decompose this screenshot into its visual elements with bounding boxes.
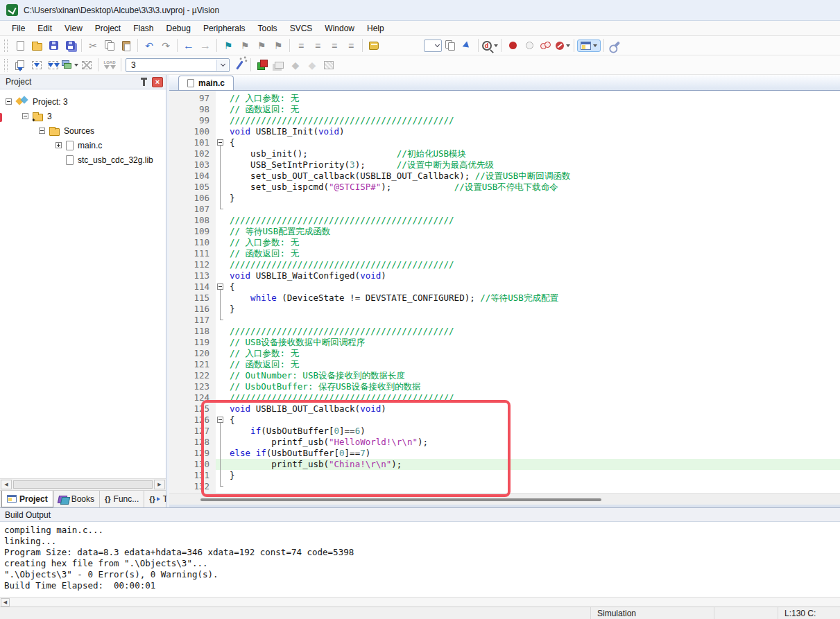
code-line-108[interactable]: 108/////////////////////////////////////… xyxy=(169,215,840,226)
disable-breakpoint-button[interactable] xyxy=(521,38,538,53)
periodic-window-update-button[interactable] xyxy=(271,58,287,73)
build-button[interactable] xyxy=(28,58,45,73)
menu-help[interactable]: Help xyxy=(361,21,391,35)
code-line-122[interactable]: 122// OutNumber: USB设备接收到的数据长度 xyxy=(169,370,840,381)
code-line-129[interactable]: 129else if(UsbOutBuffer[0]==7) xyxy=(169,448,840,459)
menu-edit[interactable]: Edit xyxy=(31,21,58,35)
menu-flash[interactable]: Flash xyxy=(127,21,160,35)
navigate-back-button[interactable]: ← xyxy=(180,38,197,53)
fold-collapse-icon[interactable] xyxy=(217,284,223,290)
copy-button[interactable] xyxy=(101,38,118,53)
tree-item-3[interactable]: 3 xyxy=(0,109,166,123)
navigate-forward-button[interactable]: → xyxy=(197,38,214,53)
code-line-114[interactable]: 114{ xyxy=(169,281,840,293)
menu-file[interactable]: File xyxy=(6,21,31,35)
code-line-120[interactable]: 120// 入口参数: 无 xyxy=(169,348,840,359)
build-output-content[interactable]: compiling main.c...linking...Program Siz… xyxy=(0,522,840,597)
paste-button[interactable] xyxy=(118,38,135,53)
code-line-102[interactable]: 102 usb_init(); //初始化USB模块 xyxy=(169,148,840,159)
code-line-100[interactable]: 100void USBLIB_Init(void) xyxy=(169,126,840,137)
pin-icon[interactable] xyxy=(143,80,145,86)
kill-all-breakpoints-button[interactable] xyxy=(554,38,571,53)
code-line-130[interactable]: 130 printf_usb("China!\r\n"); xyxy=(169,459,840,470)
code-line-116[interactable]: 116} xyxy=(169,304,840,315)
tab-books[interactable]: Books xyxy=(53,491,100,507)
tree-item-sources[interactable]: Sources xyxy=(0,123,166,138)
code-line-105[interactable]: 105 set_usb_ispcmd("@STCISP#"); //设置USB不… xyxy=(169,182,840,193)
code-line-125[interactable]: 125void USBLIB_OUT_Callback(void) xyxy=(169,403,840,415)
code-line-109[interactable]: 109// 等待USB配置完成函数 xyxy=(169,226,840,237)
code-line-103[interactable]: 103 USB_SetIntPriority(3); //设置中断为最高优先级 xyxy=(169,159,840,171)
tree-item-main-c[interactable]: main.c xyxy=(0,138,166,152)
rebuild-button[interactable] xyxy=(45,58,62,73)
tree-expander-icon[interactable] xyxy=(22,113,28,119)
tree-item-project-3[interactable]: Project: 3 xyxy=(0,94,166,109)
code-line-115[interactable]: 115 while (DeviceState != DEVSTATE_CONFI… xyxy=(169,293,840,304)
code-line-118[interactable]: 118/////////////////////////////////////… xyxy=(169,326,840,337)
incremental-find-button[interactable] xyxy=(458,38,475,53)
stop-build-button[interactable] xyxy=(78,58,95,73)
code-line-97[interactable]: 97// 入口参数: 无 xyxy=(169,93,840,104)
open-file-button[interactable] xyxy=(28,38,45,53)
undo-button[interactable]: ↶ xyxy=(141,38,157,53)
code-line-111[interactable]: 111// 函数返回: 无 xyxy=(169,248,840,259)
tab-func[interactable]: {}Func... xyxy=(100,491,144,507)
menu-project[interactable]: Project xyxy=(89,21,127,35)
cut-button[interactable]: ✂ xyxy=(85,38,101,53)
tree-expander-icon[interactable] xyxy=(55,142,62,148)
uncomment-button[interactable]: ≡ xyxy=(343,38,359,53)
comment-button[interactable]: ≡ xyxy=(326,38,343,53)
window-layout-button[interactable] xyxy=(577,40,601,52)
find-combo[interactable] xyxy=(424,40,442,52)
menu-peripherals[interactable]: Peripherals xyxy=(197,21,252,35)
code-line-124[interactable]: 124/////////////////////////////////////… xyxy=(169,392,840,403)
target-select-dropdown[interactable] xyxy=(216,60,228,71)
menu-window[interactable]: Window xyxy=(318,21,361,35)
code-line-107[interactable]: 107 xyxy=(169,204,840,215)
batch-build-button[interactable] xyxy=(62,58,78,73)
fold-margin[interactable] xyxy=(216,137,225,148)
debug-session-button[interactable] xyxy=(254,58,271,73)
bookmark-next-button[interactable]: ⚑ xyxy=(253,38,270,53)
configure-button[interactable] xyxy=(607,38,624,53)
code-line-123[interactable]: 123// UsbOutBuffer: 保存USB设备接收到的数据 xyxy=(169,381,840,392)
translate-button[interactable] xyxy=(12,58,28,73)
project-panel-hscrollbar[interactable]: ◀ ▶ xyxy=(0,478,166,490)
menu-view[interactable]: View xyxy=(58,21,89,35)
start-debug-button[interactable]: d xyxy=(481,38,498,53)
download-button[interactable]: LOAD xyxy=(101,58,118,73)
tab-project[interactable]: Project xyxy=(1,491,53,507)
coverage-button[interactable] xyxy=(320,58,337,73)
code-editor[interactable]: 97// 入口参数: 无98// 函数返回: 无99//////////////… xyxy=(169,91,840,493)
new-file-button[interactable] xyxy=(12,38,28,53)
trace-button[interactable]: ◆ xyxy=(287,58,304,73)
code-line-112[interactable]: 112/////////////////////////////////////… xyxy=(169,259,840,270)
fold-collapse-icon[interactable] xyxy=(217,417,223,423)
code-line-101[interactable]: 101{ xyxy=(169,137,840,148)
bookmark-prev-button[interactable]: ⚑ xyxy=(237,38,253,53)
fold-collapse-icon[interactable] xyxy=(217,139,223,146)
toolbar-grip[interactable] xyxy=(4,59,8,71)
scroll-right-icon[interactable]: ▶ xyxy=(154,480,165,489)
code-line-99[interactable]: 99//////////////////////////////////////… xyxy=(169,115,840,126)
save-all-button[interactable] xyxy=(62,38,78,53)
insert-breakpoint-button[interactable] xyxy=(504,38,521,53)
disable-all-breakpoints-button[interactable] xyxy=(538,38,554,53)
target-options-button[interactable] xyxy=(231,58,248,73)
target-select-combo[interactable]: 3 xyxy=(126,58,230,72)
build-output-hscrollbar[interactable]: ◀ xyxy=(0,597,840,607)
code-line-128[interactable]: 128 printf_usb("HelloWorld!\r\n"); xyxy=(169,437,840,448)
scrollbar-thumb[interactable] xyxy=(200,498,601,501)
code-line-113[interactable]: 113void USBLIB_WaitConfiged(void) xyxy=(169,270,840,281)
fold-margin[interactable] xyxy=(216,281,225,293)
menu-svcs[interactable]: SVCS xyxy=(284,21,319,35)
outdent-button[interactable]: ≡ xyxy=(309,38,326,53)
menu-tools[interactable]: Tools xyxy=(252,21,284,35)
code-line-131[interactable]: 131} xyxy=(169,470,840,481)
trace-config-button[interactable]: ◆ xyxy=(304,58,320,73)
save-button[interactable] xyxy=(45,38,62,53)
editor-hscrollbar[interactable] xyxy=(169,493,840,505)
bookmark-clear-button[interactable]: ⚑ xyxy=(270,38,286,53)
scroll-left-icon[interactable]: ◀ xyxy=(1,480,12,489)
editor-tab-main-c[interactable]: main.c xyxy=(178,76,234,90)
